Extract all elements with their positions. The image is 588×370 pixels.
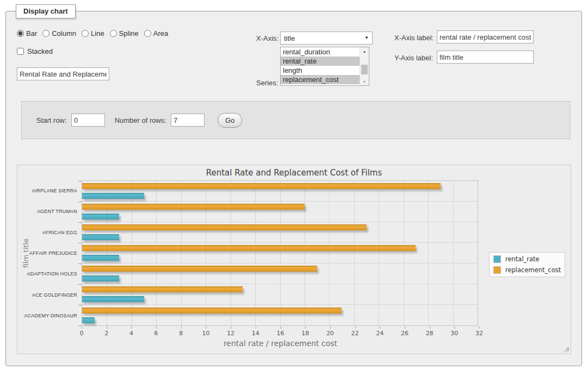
stacked-checkbox[interactable]	[17, 48, 24, 55]
bar-replacement_cost	[82, 183, 441, 189]
x-tick-mark	[454, 327, 455, 329]
x-tick-label: 28	[426, 330, 434, 337]
y-category-label: ADAPTATION HOLES	[17, 264, 77, 284]
start-row-input[interactable]	[71, 114, 105, 127]
x-tick-label: 0	[80, 330, 84, 337]
chart-type-label: Area	[153, 29, 168, 37]
x-tick-label: 32	[475, 330, 483, 337]
y-category-labels: AIRPLANE SIERRAAGENT TRUMANAFRICAN EGGAF…	[17, 180, 77, 326]
chart-type-line[interactable]: Line	[82, 29, 104, 37]
x-tick-label: 30	[450, 330, 458, 337]
chart-type-radio-bar[interactable]	[17, 30, 24, 37]
x-tick-label: 16	[277, 330, 284, 337]
x-tick-label: 20	[326, 330, 334, 337]
x-tick-mark	[355, 327, 356, 329]
series-option-rental_rate[interactable]: rental_rate	[281, 57, 360, 66]
row-controls: Start row: Number of rows: Go	[21, 101, 571, 139]
stacked-label: Stacked	[27, 47, 53, 55]
x-tick-label: 2	[104, 330, 108, 337]
x-tick-label: 10	[202, 330, 209, 337]
chart-title-input[interactable]	[17, 67, 109, 80]
bar-group	[82, 264, 478, 284]
bar-rental_rate	[82, 317, 95, 323]
chart-type-spline[interactable]: Spline	[110, 29, 139, 37]
chart-type-radio-line[interactable]	[82, 30, 89, 37]
y-category-label: AFFAIR PREJUDICE	[17, 243, 77, 264]
series-option-length[interactable]: length	[281, 66, 360, 75]
panel-title: Display chart	[16, 4, 76, 18]
x-tick-mark	[281, 327, 281, 329]
x-tick-label: 22	[351, 330, 359, 337]
plot-area	[82, 180, 478, 326]
chart-type-radio-spline[interactable]	[110, 30, 117, 37]
chart-type-label: Bar	[26, 29, 37, 37]
x-tick-mark	[231, 327, 231, 329]
bar-rental_rate	[82, 275, 119, 281]
x-tick-mark	[405, 327, 405, 329]
bar-replacement_cost	[82, 224, 367, 230]
chart-type-label: Line	[91, 29, 104, 37]
listbox-scrollbar[interactable]: ▲ ▼	[360, 47, 369, 85]
bar-rental_rate	[82, 296, 144, 302]
scroll-down-icon[interactable]: ▼	[360, 78, 369, 85]
display-chart-panel: Display chart BarColumnLineSplineArea St…	[5, 11, 582, 366]
bar-replacement_cost	[82, 286, 243, 292]
x-tick-label: 12	[227, 330, 234, 337]
plot-rows	[82, 181, 478, 325]
legend-swatch	[493, 266, 501, 274]
chart-resize-handle[interactable]	[563, 346, 569, 352]
x-tick-mark	[107, 327, 107, 329]
xaxis-select-label: X-Axis:	[256, 34, 278, 42]
chart-type-column[interactable]: Column	[42, 29, 76, 37]
y-tick-mark	[78, 243, 82, 243]
chart-type-group: BarColumnLineSplineArea	[17, 29, 174, 37]
bar-rental_rate	[82, 193, 144, 199]
chart-type-radio-area[interactable]	[144, 30, 151, 37]
legend-swatch	[493, 255, 501, 263]
chart-type-bar[interactable]: Bar	[17, 29, 37, 37]
chevron-down-icon: ▼	[364, 36, 369, 40]
chart-type-label: Spline	[119, 29, 139, 37]
y-tick-mark	[78, 202, 82, 202]
scrollbar-thumb[interactable]	[361, 65, 368, 74]
bar-group	[82, 305, 478, 325]
legend-label: rental_rate	[505, 255, 540, 263]
chart-type-area[interactable]: Area	[144, 29, 168, 37]
chart-type-radio-column[interactable]	[42, 30, 49, 37]
series-listbox[interactable]: rental_durationrental_ratelengthreplacem…	[280, 47, 369, 86]
xaxis-select[interactable]: title ▼	[280, 32, 373, 45]
x-tick-mark	[256, 327, 256, 329]
x-tick-mark	[305, 327, 306, 329]
y-tick-mark	[78, 325, 82, 326]
y-category-label: AIRPLANE SIERRA	[17, 180, 77, 201]
bar-replacement_cost	[82, 245, 416, 251]
x-axis-label-input[interactable]	[437, 30, 534, 43]
series-option-rental_duration[interactable]: rental_duration	[281, 47, 360, 57]
x-tick-mark	[131, 327, 132, 329]
xaxis-select-value: title	[284, 34, 295, 42]
y-axis-label-label: Y-Axis label:	[394, 54, 433, 62]
x-axis-label-label: X-Axis label:	[394, 34, 434, 42]
stacked-option[interactable]: Stacked	[17, 47, 53, 55]
num-rows-input[interactable]	[171, 114, 205, 127]
x-tick-label: 4	[129, 330, 133, 337]
bar-replacement_cost	[82, 266, 317, 272]
scroll-up-icon[interactable]: ▲	[360, 47, 369, 55]
go-button[interactable]: Go	[218, 113, 242, 128]
x-axis-ticks: 02468101214161820222426283032	[82, 327, 479, 338]
bar-rental_rate	[82, 234, 119, 240]
bar-replacement_cost	[82, 308, 342, 313]
chart-container: Rental Rate and Replacement Cost of Film…	[17, 165, 571, 354]
legend-entry: rental_rate	[493, 255, 561, 263]
x-tick-mark	[380, 327, 380, 329]
series-select-label: Series:	[256, 79, 278, 87]
y-tick-mark	[78, 222, 82, 223]
y-category-label: ACADEMY DINOSAUR	[17, 305, 77, 326]
y-axis-label-input[interactable]	[437, 51, 534, 64]
y-tick-mark	[78, 181, 82, 181]
x-tick-label: 6	[154, 330, 158, 337]
x-axis-title: rental rate / replacement cost	[82, 339, 479, 348]
x-tick-label: 18	[301, 330, 309, 337]
x-tick-mark	[156, 327, 157, 329]
series-option-replacement_cost[interactable]: replacement_cost	[281, 75, 360, 84]
